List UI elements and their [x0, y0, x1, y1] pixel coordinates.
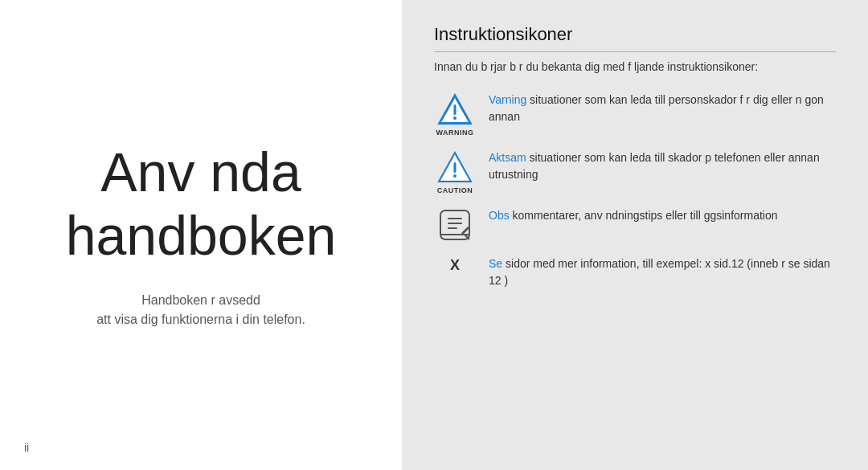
note-highlight: Obs — [489, 209, 510, 222]
svg-rect-9 — [454, 162, 457, 173]
note-icon-box — [434, 207, 476, 243]
right-panel: Instruktionsikoner Innan du b rjar b r d… — [402, 0, 868, 470]
list-item: WARNING Varning situationer som kan leda… — [434, 92, 836, 137]
warning-label: WARNING — [436, 129, 474, 137]
svg-point-6 — [453, 116, 457, 120]
list-item: CAUTION Aktsam situationer som kan leda … — [434, 149, 836, 194]
subtitle: Handboken r avsedd att visa dig funktion… — [96, 291, 305, 329]
section-title: Instruktionsikoner — [434, 24, 836, 52]
page-number: ii — [24, 441, 29, 454]
svg-rect-5 — [454, 104, 457, 115]
caution-icon-box: CAUTION — [434, 149, 476, 194]
warning-highlight: Varning — [489, 93, 526, 106]
intro-text: Innan du b rjar b r du bekanta dig med f… — [434, 59, 836, 76]
main-title: Anv nda handboken — [66, 141, 337, 266]
x-symbol: X — [434, 255, 476, 274]
warning-icon — [437, 92, 473, 127]
note-text: Obs kommentarer, anv ndningstips eller t… — [489, 207, 778, 224]
icon-list: WARNING Varning situationer som kan leda… — [434, 92, 836, 289]
list-item: X Se sidor med mer information, till exe… — [434, 255, 836, 289]
caution-label: CAUTION — [437, 186, 473, 194]
caution-icon — [437, 149, 473, 185]
left-panel: Anv nda handboken Handboken r avsedd att… — [0, 0, 402, 470]
warning-icon-box: WARNING — [434, 92, 476, 137]
note-icon — [437, 207, 473, 243]
caution-text: Aktsam situationer som kan leda till ska… — [489, 149, 836, 183]
warning-text: Varning situationer som kan leda till pe… — [489, 92, 836, 125]
x-text: Se sidor med mer information, till exemp… — [489, 255, 836, 289]
list-item: Obs kommentarer, anv ndningstips eller t… — [434, 207, 836, 243]
svg-point-10 — [453, 174, 457, 178]
x-highlight: Se — [489, 257, 502, 270]
caution-highlight: Aktsam — [489, 151, 526, 164]
